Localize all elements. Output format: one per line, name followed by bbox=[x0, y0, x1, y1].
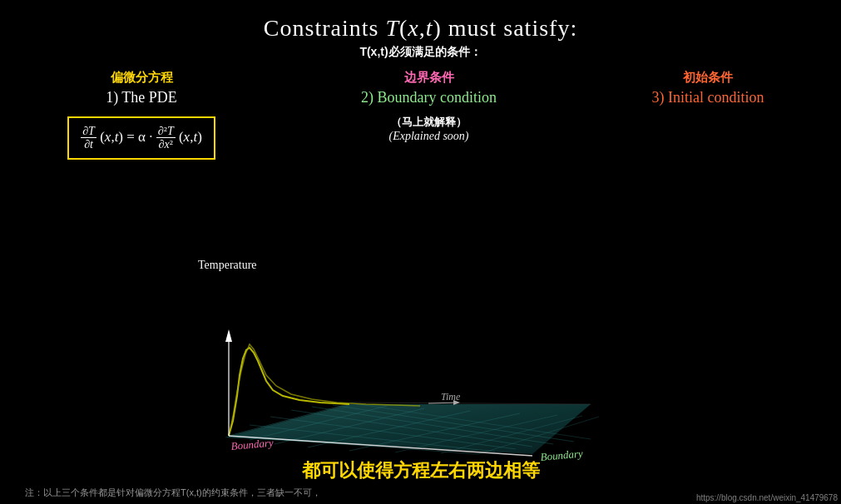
pde-name-en: The PDE bbox=[121, 89, 177, 106]
chart-svg: Boundary Time Boundary bbox=[183, 254, 624, 471]
ic-label-en: 3) Initial condition bbox=[652, 89, 764, 106]
ic-number: 3) bbox=[652, 89, 665, 106]
bottom-section: Temperature bbox=[0, 246, 841, 504]
chart-container: Temperature bbox=[183, 254, 624, 471]
pde-label-cn: 偏微分方程 bbox=[111, 70, 173, 86]
bc-explained-cn: （马上就解释） bbox=[391, 115, 467, 130]
pde-formula: ∂T ∂t (x,t) = α · ∂²T ∂x² (x,t) bbox=[81, 129, 202, 145]
ic-label-cn: 初始条件 bbox=[683, 70, 733, 86]
bc-number: 2) bbox=[361, 89, 374, 106]
bottom-note: 注：以上三个条件都是针对偏微分方程T(x,t)的约束条件，三者缺一不可， bbox=[25, 487, 321, 499]
pde-label-en: 1) The PDE bbox=[106, 89, 177, 106]
partial-T-t: ∂T ∂t bbox=[81, 125, 96, 151]
top-section: Constraints T(x,t) must satisfy: T(x,t)必… bbox=[0, 0, 841, 168]
bc-name-en: Boundary condition bbox=[378, 89, 497, 106]
partial2-T-x2: ∂²T ∂x² bbox=[156, 125, 176, 151]
subtitle-cn: T(x,t)必须满足的条件： bbox=[8, 45, 833, 60]
watermark: https://blog.csdn.net/weixin_41479678 bbox=[696, 493, 838, 502]
col-ic: 初始条件 3) Initial condition bbox=[591, 70, 824, 111]
subtitle-cn-bottom: 都可以使得方程左右两边相等 bbox=[0, 458, 841, 483]
col-bc: 边界条件 2) Boundary condition （马上就解释） (Expl… bbox=[288, 70, 571, 143]
bc-label-en: 2) Boundary condition bbox=[361, 89, 497, 106]
columns-container: 偏微分方程 1) The PDE ∂T ∂t (x,t) = α · ∂²T ∂… bbox=[8, 70, 833, 160]
main-title: Constraints T(x,t) must satisfy: bbox=[8, 15, 833, 42]
bc-label-cn: 边界条件 bbox=[404, 70, 454, 86]
ic-name-en: Initial condition bbox=[668, 89, 764, 106]
col-pde: 偏微分方程 1) The PDE ∂T ∂t (x,t) = α · ∂²T ∂… bbox=[17, 70, 266, 160]
temperature-label: Temperature bbox=[198, 259, 257, 272]
svg-text:Time: Time bbox=[441, 391, 461, 403]
pde-formula-box: ∂T ∂t (x,t) = α · ∂²T ∂x² (x,t) bbox=[67, 116, 215, 160]
pde-number: 1) bbox=[106, 89, 118, 106]
subtitle-bar: 都可以使得方程左右两边相等 bbox=[0, 458, 841, 483]
bc-explained-en: (Explained soon) bbox=[388, 130, 468, 143]
